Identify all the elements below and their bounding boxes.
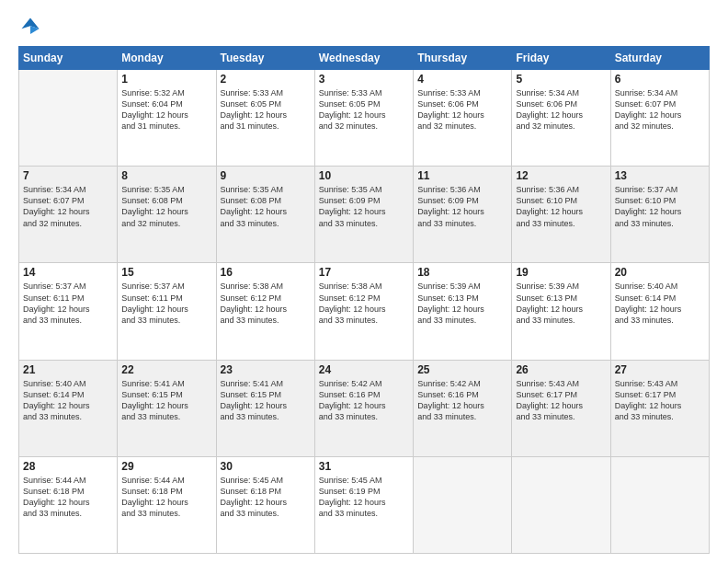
calendar-day: 28Sunrise: 5:44 AMSunset: 6:18 PMDayligh… <box>19 456 118 553</box>
day-number: 8 <box>121 169 211 182</box>
calendar-day: 1Sunrise: 5:32 AMSunset: 6:04 PMDaylight… <box>118 70 216 167</box>
logo <box>18 17 40 37</box>
day-info: Sunrise: 5:42 AMSunset: 6:16 PMDaylight:… <box>319 378 409 423</box>
day-info: Sunrise: 5:34 AMSunset: 6:07 PMDaylight:… <box>23 184 113 229</box>
day-info: Sunrise: 5:35 AMSunset: 6:08 PMDaylight:… <box>121 184 211 229</box>
day-number: 28 <box>23 460 113 473</box>
day-info: Sunrise: 5:35 AMSunset: 6:09 PMDaylight:… <box>319 184 409 229</box>
calendar-day: 7Sunrise: 5:34 AMSunset: 6:07 PMDaylight… <box>19 167 118 263</box>
calendar-day: 16Sunrise: 5:38 AMSunset: 6:12 PMDayligh… <box>216 263 314 360</box>
calendar-day: 25Sunrise: 5:42 AMSunset: 6:16 PMDayligh… <box>414 360 512 456</box>
day-number: 9 <box>221 169 311 182</box>
day-number: 2 <box>221 73 311 86</box>
calendar-day: 19Sunrise: 5:39 AMSunset: 6:13 PMDayligh… <box>512 263 610 360</box>
week-row-3: 14Sunrise: 5:37 AMSunset: 6:11 PMDayligh… <box>19 263 710 360</box>
day-number: 13 <box>615 169 705 182</box>
calendar-day: 8Sunrise: 5:35 AMSunset: 6:08 PMDaylight… <box>118 167 216 263</box>
day-number: 23 <box>221 363 311 376</box>
day-info: Sunrise: 5:39 AMSunset: 6:13 PMDaylight:… <box>417 281 507 326</box>
dow-friday: Friday <box>512 47 610 70</box>
day-info: Sunrise: 5:39 AMSunset: 6:13 PMDaylight:… <box>516 281 606 326</box>
calendar-day: 29Sunrise: 5:44 AMSunset: 6:18 PMDayligh… <box>118 456 216 553</box>
day-number: 10 <box>319 169 409 182</box>
day-info: Sunrise: 5:34 AMSunset: 6:07 PMDaylight:… <box>615 87 705 132</box>
dow-monday: Monday <box>118 47 216 70</box>
day-number: 15 <box>121 266 211 279</box>
day-info: Sunrise: 5:36 AMSunset: 6:09 PMDaylight:… <box>417 184 507 229</box>
day-info: Sunrise: 5:44 AMSunset: 6:18 PMDaylight:… <box>23 475 113 520</box>
calendar-day: 15Sunrise: 5:37 AMSunset: 6:11 PMDayligh… <box>118 263 216 360</box>
day-info: Sunrise: 5:33 AMSunset: 6:06 PMDaylight:… <box>417 87 507 132</box>
dow-sunday: Sunday <box>19 47 118 70</box>
day-number: 31 <box>319 460 409 473</box>
calendar-day: 5Sunrise: 5:34 AMSunset: 6:06 PMDaylight… <box>512 70 610 167</box>
day-info: Sunrise: 5:43 AMSunset: 6:17 PMDaylight:… <box>615 378 705 423</box>
day-number: 11 <box>417 169 507 182</box>
day-number: 26 <box>516 363 606 376</box>
calendar-day: 26Sunrise: 5:43 AMSunset: 6:17 PMDayligh… <box>512 360 610 456</box>
page: SundayMondayTuesdayWednesdayThursdayFrid… <box>0 0 728 563</box>
day-info: Sunrise: 5:40 AMSunset: 6:14 PMDaylight:… <box>615 281 705 326</box>
day-info: Sunrise: 5:44 AMSunset: 6:18 PMDaylight:… <box>121 475 211 520</box>
day-number: 19 <box>516 266 606 279</box>
day-number: 17 <box>319 266 409 279</box>
calendar-day <box>19 70 118 167</box>
calendar-day <box>414 456 512 553</box>
day-info: Sunrise: 5:38 AMSunset: 6:12 PMDaylight:… <box>319 281 409 326</box>
calendar-day: 2Sunrise: 5:33 AMSunset: 6:05 PMDaylight… <box>216 70 314 167</box>
calendar-day: 14Sunrise: 5:37 AMSunset: 6:11 PMDayligh… <box>19 263 118 360</box>
day-number: 1 <box>121 73 211 86</box>
day-info: Sunrise: 5:37 AMSunset: 6:11 PMDaylight:… <box>23 281 113 326</box>
week-row-4: 21Sunrise: 5:40 AMSunset: 6:14 PMDayligh… <box>19 360 710 456</box>
logo-bird-icon <box>20 17 40 37</box>
calendar-day: 31Sunrise: 5:45 AMSunset: 6:19 PMDayligh… <box>314 456 413 553</box>
calendar-table: SundayMondayTuesdayWednesdayThursdayFrid… <box>18 46 710 554</box>
calendar-day: 13Sunrise: 5:37 AMSunset: 6:10 PMDayligh… <box>610 167 709 263</box>
day-info: Sunrise: 5:37 AMSunset: 6:10 PMDaylight:… <box>615 184 705 229</box>
calendar-day: 17Sunrise: 5:38 AMSunset: 6:12 PMDayligh… <box>314 263 413 360</box>
day-number: 5 <box>516 73 606 86</box>
header <box>18 17 710 37</box>
day-number: 7 <box>23 169 113 182</box>
day-info: Sunrise: 5:40 AMSunset: 6:14 PMDaylight:… <box>23 378 113 423</box>
calendar-day: 27Sunrise: 5:43 AMSunset: 6:17 PMDayligh… <box>610 360 709 456</box>
calendar-day: 20Sunrise: 5:40 AMSunset: 6:14 PMDayligh… <box>610 263 709 360</box>
day-number: 21 <box>23 363 113 376</box>
day-number: 16 <box>221 266 311 279</box>
calendar-day: 30Sunrise: 5:45 AMSunset: 6:18 PMDayligh… <box>216 456 314 553</box>
day-number: 30 <box>221 460 311 473</box>
day-number: 25 <box>417 363 507 376</box>
day-info: Sunrise: 5:41 AMSunset: 6:15 PMDaylight:… <box>221 378 311 423</box>
day-number: 4 <box>417 73 507 86</box>
calendar-day <box>610 456 709 553</box>
calendar-day: 18Sunrise: 5:39 AMSunset: 6:13 PMDayligh… <box>414 263 512 360</box>
calendar-day: 11Sunrise: 5:36 AMSunset: 6:09 PMDayligh… <box>414 167 512 263</box>
day-number: 6 <box>615 73 705 86</box>
calendar-day: 24Sunrise: 5:42 AMSunset: 6:16 PMDayligh… <box>314 360 413 456</box>
day-info: Sunrise: 5:33 AMSunset: 6:05 PMDaylight:… <box>319 87 409 132</box>
calendar-day: 22Sunrise: 5:41 AMSunset: 6:15 PMDayligh… <box>118 360 216 456</box>
calendar-day: 12Sunrise: 5:36 AMSunset: 6:10 PMDayligh… <box>512 167 610 263</box>
day-info: Sunrise: 5:32 AMSunset: 6:04 PMDaylight:… <box>121 87 211 132</box>
day-number: 14 <box>23 266 113 279</box>
day-info: Sunrise: 5:45 AMSunset: 6:19 PMDaylight:… <box>319 475 409 520</box>
day-number: 22 <box>121 363 211 376</box>
day-info: Sunrise: 5:45 AMSunset: 6:18 PMDaylight:… <box>221 475 311 520</box>
day-info: Sunrise: 5:36 AMSunset: 6:10 PMDaylight:… <box>516 184 606 229</box>
calendar-day: 4Sunrise: 5:33 AMSunset: 6:06 PMDaylight… <box>414 70 512 167</box>
day-info: Sunrise: 5:34 AMSunset: 6:06 PMDaylight:… <box>516 87 606 132</box>
calendar-day: 23Sunrise: 5:41 AMSunset: 6:15 PMDayligh… <box>216 360 314 456</box>
week-row-1: 1Sunrise: 5:32 AMSunset: 6:04 PMDaylight… <box>19 70 710 167</box>
day-number: 24 <box>319 363 409 376</box>
calendar-day: 10Sunrise: 5:35 AMSunset: 6:09 PMDayligh… <box>314 167 413 263</box>
day-number: 29 <box>121 460 211 473</box>
day-number: 18 <box>417 266 507 279</box>
day-number: 3 <box>319 73 409 86</box>
calendar-day: 3Sunrise: 5:33 AMSunset: 6:05 PMDaylight… <box>314 70 413 167</box>
day-info: Sunrise: 5:42 AMSunset: 6:16 PMDaylight:… <box>417 378 507 423</box>
day-info: Sunrise: 5:35 AMSunset: 6:08 PMDaylight:… <box>221 184 311 229</box>
dow-tuesday: Tuesday <box>216 47 314 70</box>
dow-thursday: Thursday <box>414 47 512 70</box>
day-info: Sunrise: 5:37 AMSunset: 6:11 PMDaylight:… <box>121 281 211 326</box>
day-of-week-header: SundayMondayTuesdayWednesdayThursdayFrid… <box>19 47 710 70</box>
